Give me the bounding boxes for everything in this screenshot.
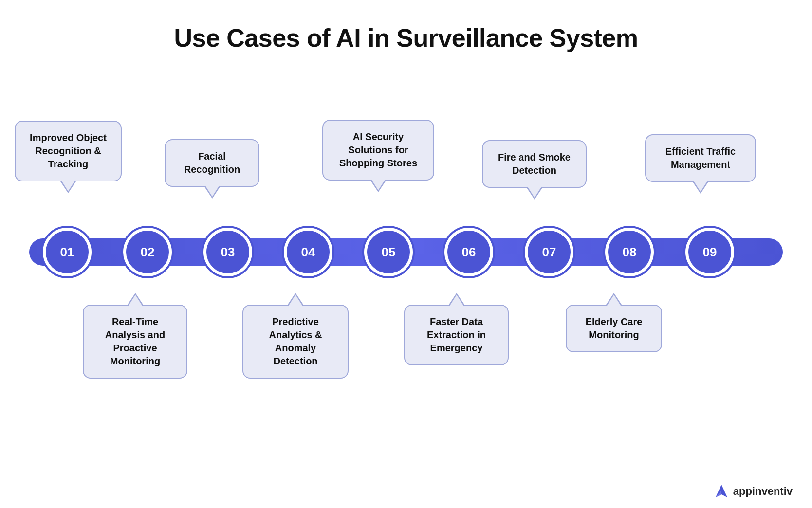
bubble-traffic: Efficient Traffic Management	[645, 134, 756, 182]
logo-area: appinventiv	[714, 484, 793, 499]
node-04: 04	[284, 228, 332, 276]
bubble-predictive: Predictive Analytics & Anomaly Detection	[242, 305, 349, 379]
bubble-facial-recognition: Facial Recognition	[165, 139, 259, 187]
bubble-improved-object: Improved Object Recognition & Tracking	[15, 121, 122, 181]
node-09: 09	[685, 228, 734, 276]
node-06: 06	[444, 228, 493, 276]
logo-text: appinventiv	[733, 485, 793, 498]
bubble-realtime: Real-Time Analysis and Proactive Monitor…	[83, 305, 187, 379]
node-08: 08	[605, 228, 654, 276]
node-03: 03	[203, 228, 252, 276]
diagram-container: 01 02 03 04 05 06 07 08 09 Improved Obje…	[0, 67, 812, 466]
node-07: 07	[525, 228, 573, 276]
appinventiv-logo-icon	[714, 484, 729, 499]
bubble-ai-security: AI Security Solutions for Shopping Store…	[322, 120, 434, 181]
node-01: 01	[43, 228, 92, 276]
bubble-faster-data: Faster Data Extraction in Emergency	[404, 305, 509, 365]
page-title: Use Cases of AI in Surveillance System	[0, 0, 812, 67]
node-05: 05	[364, 228, 413, 276]
node-02: 02	[123, 228, 172, 276]
bubble-elderly: Elderly Care Monitoring	[566, 305, 662, 352]
bubble-fire-smoke: Fire and Smoke Detection	[482, 140, 587, 188]
